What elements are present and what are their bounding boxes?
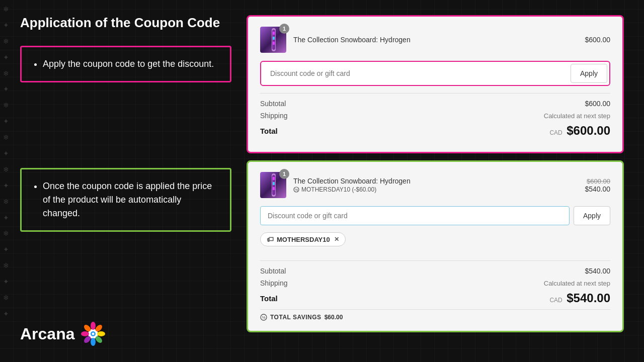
coupon-tag-row: 🏷 MOTHERSDAY10 ✕: [260, 232, 610, 253]
svg-rect-2: [273, 32, 275, 35]
product-info-bottom: The Collection Snowboard: Hydrogen % MOT…: [293, 177, 578, 193]
product-discount-label: % MOTHERSDAY10 (-$60.00): [293, 186, 578, 193]
coupon-row-bottom: Apply: [260, 206, 610, 225]
product-badge-bottom: 1: [279, 169, 289, 179]
svg-text:%: %: [295, 188, 298, 192]
svg-rect-7: [273, 177, 275, 180]
instruction-text-1: Apply the coupon code to get the discoun…: [43, 59, 214, 69]
shipping-row-top: Shipping Calculated at next step: [260, 112, 610, 120]
product-price-current: $540.00: [585, 185, 610, 193]
subtotal-row-bottom: Subtotal $540.00: [260, 267, 610, 275]
coupon-remove-button[interactable]: ✕: [334, 236, 339, 243]
subtotal-label-top: Subtotal: [260, 100, 286, 108]
product-info-top: The Collection Snowboard: Hydrogen: [293, 36, 578, 44]
product-price-top: $600.00: [585, 36, 610, 44]
apply-button-bottom[interactable]: Apply: [574, 206, 610, 225]
tag-icon: %: [293, 187, 299, 193]
total-value-top: CAD $600.00: [549, 124, 610, 138]
shipping-value-bottom: Calculated at next step: [544, 280, 610, 287]
instruction-box-1: Apply the coupon code to get the discoun…: [20, 46, 231, 82]
coupon-tag: 🏷 MOTHERSDAY10 ✕: [260, 232, 346, 246]
checkout-card-top: 1 The Collection Snowboard: Hydrogen: [247, 15, 624, 153]
total-amount-bottom: $540.00: [567, 291, 610, 305]
total-amount-top: $600.00: [567, 124, 610, 137]
page-title: Application of the Coupon Code: [20, 15, 231, 31]
shipping-row-bottom: Shipping Calculated at next step: [260, 279, 610, 287]
savings-row: % TOTAL SAVINGS $60.00: [260, 309, 610, 321]
total-label-top: Total: [260, 127, 278, 135]
product-image-wrapper-top: 1: [260, 27, 286, 53]
product-image-wrapper-bottom: 1: [260, 172, 286, 198]
total-row-bottom: Total CAD $540.00: [260, 291, 610, 305]
shipping-label-top: Shipping: [260, 112, 288, 120]
svg-rect-9: [273, 187, 275, 190]
svg-text:%: %: [262, 315, 266, 320]
subtotal-row-top: Subtotal $600.00: [260, 100, 610, 108]
totals-bottom: Subtotal $540.00 Shipping Calculated at …: [260, 260, 610, 321]
subtotal-value-bottom: $540.00: [585, 267, 610, 275]
subtotal-label-bottom: Subtotal: [260, 267, 286, 275]
coupon-input-top[interactable]: [263, 64, 567, 83]
left-panel: Application of the Coupon Code Apply the…: [20, 15, 231, 347]
right-panel: 1 The Collection Snowboard: Hydrogen: [247, 15, 624, 347]
product-price-bottom: $600.00 $540.00: [585, 177, 610, 193]
coupon-input-bottom[interactable]: [260, 206, 570, 225]
subtotal-value-top: $600.00: [585, 100, 610, 108]
product-name-bottom: The Collection Snowboard: Hydrogen: [293, 177, 578, 185]
svg-rect-3: [273, 37, 275, 40]
total-label-bottom: Total: [260, 294, 278, 303]
savings-amount: $60.00: [325, 314, 343, 321]
coupon-row-top: Apply: [260, 61, 610, 86]
total-row-top: Total CAD $600.00: [260, 124, 610, 138]
total-value-bottom: CAD $540.00: [549, 291, 610, 305]
shipping-label-bottom: Shipping: [260, 279, 288, 287]
shipping-value-top: Calculated at next step: [544, 112, 610, 120]
coupon-tag-text: MOTHERSDAY10: [277, 236, 330, 243]
instruction-box-2: Once the coupon code is applied the pric…: [20, 168, 231, 232]
product-row-top: 1 The Collection Snowboard: Hydrogen: [260, 27, 610, 53]
cad-label-top: CAD: [549, 129, 562, 136]
totals-top: Subtotal $600.00 Shipping Calculated at …: [260, 93, 610, 138]
product-name-top: The Collection Snowboard: Hydrogen: [293, 36, 578, 44]
cad-label-bottom: CAD: [549, 297, 562, 304]
savings-icon: %: [260, 314, 267, 321]
instruction-text-2: Once the coupon code is applied the pric…: [43, 181, 212, 218]
product-badge-top: 1: [279, 24, 289, 34]
savings-label: TOTAL SAVINGS: [270, 314, 321, 321]
apply-button-top[interactable]: Apply: [571, 64, 607, 83]
svg-rect-4: [273, 42, 275, 45]
product-price-value-top: $600.00: [585, 36, 610, 44]
product-price-original: $600.00: [585, 177, 610, 185]
discount-code-label: MOTHERSDAY10 (-$60.00): [301, 186, 376, 193]
svg-rect-8: [273, 182, 275, 185]
product-row-bottom: 1 The Collection Snowboard: Hydrogen: [260, 172, 610, 198]
coupon-tag-icon: 🏷: [267, 235, 274, 243]
checkout-card-bottom: 1 The Collection Snowboard: Hydrogen: [247, 160, 624, 332]
